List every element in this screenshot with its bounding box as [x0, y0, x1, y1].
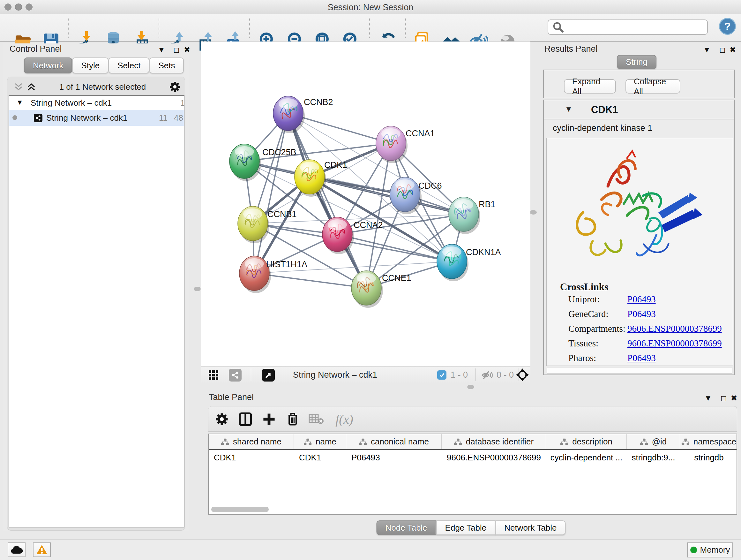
- crosslink-label: Tissues:: [568, 338, 598, 348]
- column-header-description[interactable]: description: [546, 434, 627, 449]
- crosslink-link[interactable]: P06493: [627, 353, 656, 363]
- network-node-CDC6[interactable]: [390, 177, 421, 214]
- network-node-CDC25B[interactable]: [229, 144, 261, 181]
- selected-counts: 1 - 0: [451, 370, 468, 380]
- network-node-CCNE1[interactable]: [351, 271, 383, 308]
- table-cell[interactable]: 9606.ENSP00000378699: [442, 451, 546, 464]
- crosslink-row: Tissues:9606.ENSP00000378699: [568, 338, 728, 349]
- table-cell[interactable]: stringdb: [680, 451, 737, 464]
- hidden-counts: 0 - 0: [496, 370, 514, 380]
- hidden-elements-icon[interactable]: [481, 370, 493, 380]
- add-column-icon[interactable]: [261, 411, 277, 428]
- crosslink-link[interactable]: 9606.ENSP00000378699: [627, 338, 722, 349]
- node-label-CCNA1: CCNA1: [406, 129, 435, 138]
- node-label-CDKN1A: CDKN1A: [466, 247, 501, 257]
- results-panel-collapse-icon[interactable]: ▼: [703, 45, 711, 54]
- crosslink-row: Uniprot:P06493: [568, 294, 728, 305]
- control-panel-collapse-icon[interactable]: ▼: [158, 45, 165, 54]
- column-header-name[interactable]: name: [294, 434, 346, 449]
- table-cell[interactable]: stringdb:9...: [627, 451, 680, 464]
- network-view-statusbar: String Network – cdk1 1 - 0 0 - 0: [201, 366, 530, 383]
- entry-expand-icon[interactable]: ▼: [565, 105, 572, 114]
- network-options-gear-icon[interactable]: [169, 81, 181, 92]
- tab-edge-table[interactable]: Edge Table: [436, 520, 495, 535]
- tab-sets[interactable]: Sets: [149, 57, 184, 73]
- network-selected-status: 1 of 1 Network selected: [36, 82, 169, 92]
- memory-button[interactable]: Memory: [687, 543, 733, 557]
- network-view-canvas[interactable]: CCNB2CCNA1CDC25BCDK1CDC6RB1CCNB1CCNA2CDK…: [201, 42, 530, 366]
- table-cell[interactable]: CDK1: [209, 451, 294, 464]
- network-edge-CCNA2-CDKN1A[interactable]: [337, 234, 452, 261]
- fit-selected-crosshair-icon[interactable]: [516, 368, 529, 381]
- table-cell[interactable]: CDK1: [294, 451, 346, 464]
- control-panel-close-icon[interactable]: ✖: [184, 45, 190, 54]
- network-node-CCNB2[interactable]: [273, 96, 305, 133]
- table-tabs: Node TableEdge TableNetwork Table: [377, 520, 566, 535]
- warnings-button[interactable]: [33, 543, 51, 557]
- column-header--id[interactable]: @id: [627, 434, 680, 449]
- delete-column-icon[interactable]: [284, 411, 301, 428]
- collapse-all-button[interactable]: Collapse All: [625, 79, 680, 94]
- network-node-RB1[interactable]: [449, 197, 480, 234]
- table-options-gear-icon[interactable]: [213, 411, 230, 428]
- network-edge-CCNB2-HIST1H1A[interactable]: [254, 113, 288, 273]
- network-title-status: String Network – cdk1: [293, 370, 377, 380]
- expand-all-button[interactable]: Expand All: [564, 79, 616, 94]
- cloud-icon: [10, 545, 23, 554]
- collapse-all-icon[interactable]: [14, 82, 23, 91]
- expand-all-icon[interactable]: [26, 82, 36, 91]
- horizontal-splitter-handle[interactable]: [467, 385, 474, 389]
- help-button[interactable]: ?: [719, 18, 736, 35]
- results-panel-float-icon[interactable]: ◻: [719, 45, 726, 54]
- network-node-CCNA2[interactable]: [322, 217, 354, 254]
- birds-eye-view-icon[interactable]: [262, 369, 275, 381]
- grid-view-icon[interactable]: [208, 370, 219, 380]
- table-horizontal-scrollbar[interactable]: [211, 507, 269, 512]
- crosslink-link[interactable]: P06493: [627, 294, 656, 305]
- network-node-CCNB1[interactable]: [238, 206, 269, 243]
- tab-style[interactable]: Style: [72, 57, 109, 73]
- tab-network[interactable]: Network: [24, 57, 72, 73]
- table-panel-float-icon[interactable]: ◻: [721, 394, 727, 402]
- search-box: [548, 19, 708, 35]
- node-label-CCNB1: CCNB1: [267, 209, 297, 219]
- column-header-database-identifier[interactable]: database identifier: [442, 434, 546, 449]
- tab-network-table[interactable]: Network Table: [495, 520, 565, 535]
- tab-node-table[interactable]: Node Table: [377, 520, 436, 535]
- network-node-CCNA1[interactable]: [376, 126, 408, 163]
- collection-expand-icon[interactable]: ▼: [16, 98, 23, 107]
- table-panel-title: Table Panel: [209, 392, 254, 402]
- left-splitter-handle[interactable]: [194, 287, 201, 291]
- network-row-selected[interactable]: String Network – cdk1 11 48: [9, 110, 184, 126]
- string-badge-icon[interactable]: [229, 369, 242, 381]
- network-edge-CCNE1-HIST1H1A[interactable]: [254, 273, 366, 288]
- show-columns-icon[interactable]: [237, 411, 254, 428]
- results-panel: Results Panel ▼ ◻ ✖ String Expand All Co…: [536, 42, 738, 385]
- network-node-CDK1[interactable]: [294, 160, 326, 197]
- cloud-status-button[interactable]: [8, 543, 25, 557]
- control-panel-float-icon[interactable]: ◻: [173, 45, 180, 54]
- column-header-shared-name[interactable]: shared name: [209, 434, 294, 449]
- results-panel-close-icon[interactable]: ✖: [730, 45, 736, 54]
- tab-string[interactable]: String: [617, 55, 657, 69]
- table-cell[interactable]: P06493: [346, 451, 442, 464]
- control-panel: Control Panel ▼ ◻ ✖ NetworkStyleSelectSe…: [3, 44, 189, 531]
- column-header-namespace[interactable]: namespace: [680, 434, 737, 449]
- network-label: String Network – cdk1: [46, 113, 127, 123]
- entry-header[interactable]: ▼ CDK1: [544, 100, 734, 119]
- crosslink-link[interactable]: P06493: [627, 309, 656, 319]
- crosslink-link[interactable]: 9606.ENSP00000378699: [627, 323, 722, 334]
- delete-table-icon[interactable]: [308, 411, 325, 428]
- function-builder-icon[interactable]: f(x): [332, 411, 357, 428]
- table-cell[interactable]: cyclin-dependent ...: [546, 451, 627, 464]
- network-selection-row: 1 of 1 Network selected: [9, 78, 185, 95]
- tab-select[interactable]: Select: [109, 57, 149, 73]
- results-entry-box: ▼ CDK1 cyclin-dependent kinase 1: [543, 100, 735, 375]
- network-collection-row[interactable]: ▼ String Network – cdk1 1: [9, 96, 184, 110]
- search-input[interactable]: [567, 21, 707, 33]
- selected-nodes-checkbox[interactable]: [437, 370, 447, 380]
- table-panel-close-icon[interactable]: ✖: [731, 394, 737, 402]
- table-panel-collapse-icon[interactable]: ▼: [704, 394, 712, 402]
- column-header-canonical-name[interactable]: canonical name: [346, 434, 442, 449]
- network-node-CDKN1A[interactable]: [437, 244, 468, 281]
